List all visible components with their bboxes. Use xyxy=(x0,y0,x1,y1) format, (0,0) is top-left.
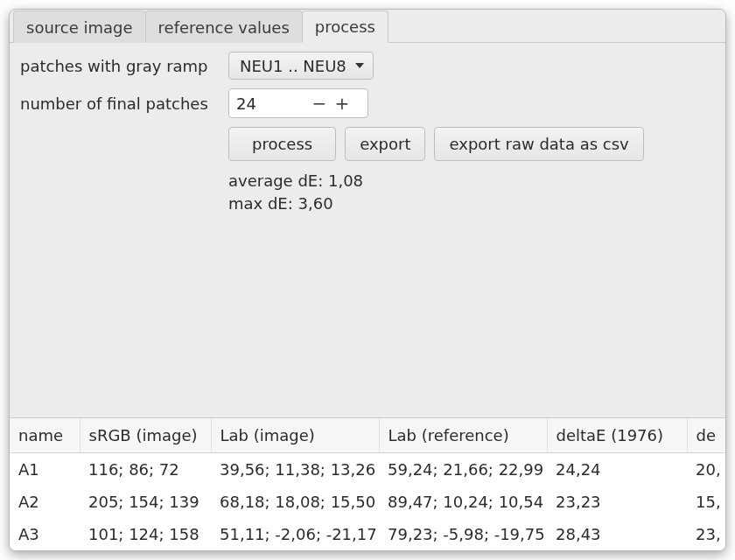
process-button[interactable]: process xyxy=(228,127,336,161)
num-patches-label: number of final patches xyxy=(20,94,228,113)
results-table-wrap: name sRGB (image) Lab (image) Lab (refer… xyxy=(10,417,725,551)
tab-reference-values[interactable]: reference values xyxy=(145,10,303,43)
cell-srgb: 101; 124; 158 xyxy=(80,518,211,550)
table-row[interactable]: A3 101; 124; 158 51,11; -2,06; -21,17 79… xyxy=(10,518,725,550)
results-table: name sRGB (image) Lab (image) Lab (refer… xyxy=(10,418,725,551)
cell-name: A3 xyxy=(10,518,80,550)
cell-lab-ref: 79,23; -5,98; -19,75 xyxy=(379,518,547,550)
table-header-row: name sRGB (image) Lab (image) Lab (refer… xyxy=(10,418,725,453)
num-patches-input[interactable] xyxy=(229,91,308,116)
tab-strip: source image reference values process xyxy=(10,10,725,43)
tab-source-image[interactable]: source image xyxy=(13,10,146,43)
cell-de76: 23,23 xyxy=(547,486,687,518)
cell-lab-ref: 89,47; 10,24; 10,54 xyxy=(379,486,547,518)
export-csv-button[interactable]: export raw data as csv xyxy=(434,127,643,161)
cell-lab-img: 68,18; 18,08; 15,50 xyxy=(211,486,379,518)
table-row[interactable]: A2 205; 154; 139 68,18; 18,08; 15,50 89,… xyxy=(10,486,725,518)
step-down-icon[interactable]: − xyxy=(308,94,331,112)
stats-block: average dE: 1,08 max dE: 3,60 xyxy=(228,170,715,215)
num-patches-stepper[interactable]: − + xyxy=(228,88,368,118)
cell-lab-img: 51,11; -2,06; -21,17 xyxy=(211,518,379,550)
gray-ramp-value: NEU1 .. NEU8 xyxy=(240,57,346,75)
cell-de-extra: 15, xyxy=(687,486,725,518)
cell-lab-img: 39,56; 11,38; 13,26 xyxy=(211,453,379,486)
export-button[interactable]: export xyxy=(345,127,425,161)
cell-lab-ref: 59,24; 21,66; 22,99 xyxy=(379,453,547,486)
gray-ramp-dropdown[interactable]: NEU1 .. NEU8 xyxy=(228,52,374,80)
max-de-text: max dE: 3,60 xyxy=(228,192,715,215)
chevron-down-icon xyxy=(355,63,364,68)
cell-srgb: 116; 86; 72 xyxy=(80,453,211,486)
col-de-extra[interactable]: de xyxy=(687,418,725,453)
col-de76[interactable]: deltaE (1976) xyxy=(547,418,687,453)
process-panel: patches with gray ramp NEU1 .. NEU8 numb… xyxy=(10,43,725,215)
cell-srgb: 205; 154; 139 xyxy=(80,486,211,518)
table-row[interactable]: A1 116; 86; 72 39,56; 11,38; 13,26 59,24… xyxy=(10,453,725,486)
cell-name: A2 xyxy=(10,486,80,518)
step-up-icon[interactable]: + xyxy=(331,94,354,112)
cell-de76: 28,43 xyxy=(547,518,687,550)
col-srgb[interactable]: sRGB (image) xyxy=(80,418,211,453)
cell-de-extra: 20, xyxy=(687,453,725,486)
col-lab-ref[interactable]: Lab (reference) xyxy=(379,418,547,453)
cell-de-extra: 23, xyxy=(687,518,725,550)
tab-process[interactable]: process xyxy=(302,10,388,43)
cell-de76: 24,24 xyxy=(547,453,687,486)
average-de-text: average dE: 1,08 xyxy=(228,170,715,192)
cell-name: A1 xyxy=(10,453,80,486)
col-lab-img[interactable]: Lab (image) xyxy=(211,418,379,453)
col-name[interactable]: name xyxy=(10,418,80,453)
app-window: source image reference values process pa… xyxy=(9,9,726,551)
gray-ramp-label: patches with gray ramp xyxy=(20,57,228,75)
